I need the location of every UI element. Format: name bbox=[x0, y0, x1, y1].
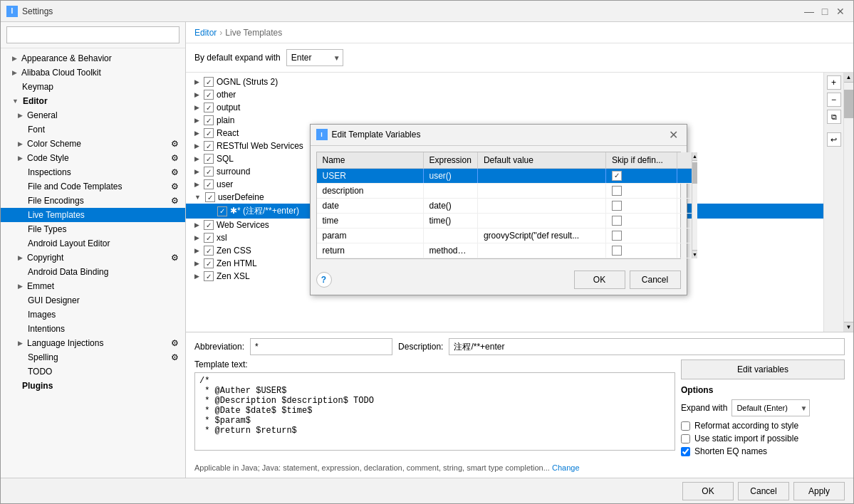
template-group-other[interactable]: ▶ other bbox=[186, 88, 823, 101]
option-shorten-eq-row: Shorten EQ names bbox=[681, 446, 845, 456]
table-row[interactable]: return methodReturnType() bbox=[317, 243, 692, 258]
sidebar-item-editor[interactable]: ▼ Editor bbox=[1, 94, 185, 108]
group-checkbox[interactable] bbox=[204, 128, 214, 138]
sidebar-item-languageinjections[interactable]: ▶ Language Injections ⚙ bbox=[1, 336, 185, 350]
sidebar-item-general[interactable]: ▶ General bbox=[1, 108, 185, 122]
scroll-thumb[interactable] bbox=[844, 90, 853, 118]
sidebar-item-plugins[interactable]: Plugins bbox=[1, 379, 185, 393]
sidebar-item-livetemplates[interactable]: Live Templates bbox=[1, 208, 185, 222]
minimize-button[interactable]: — bbox=[802, 4, 816, 19]
group-checkbox[interactable] bbox=[204, 141, 214, 151]
sidebar-item-copyright[interactable]: ▶ Copyright ⚙ bbox=[1, 251, 185, 265]
scroll-up-button[interactable]: ▲ bbox=[844, 73, 853, 83]
table-row[interactable]: USER user() ✓ bbox=[317, 169, 692, 184]
template-group-output[interactable]: ▶ output bbox=[186, 101, 823, 114]
dialog-cancel-button[interactable]: Cancel bbox=[630, 271, 681, 289]
dialog-ok-button[interactable]: OK bbox=[574, 271, 625, 289]
expand-icon: ▶ bbox=[194, 221, 199, 229]
help-button[interactable]: ? bbox=[316, 272, 332, 288]
sidebar-item-androiddatabinding[interactable]: Android Data Binding bbox=[1, 265, 185, 279]
sidebar-item-filecodetemplates[interactable]: File and Code Templates ⚙ bbox=[1, 179, 185, 194]
breadcrumb-editor[interactable]: Editor bbox=[194, 28, 217, 38]
apply-button[interactable]: Apply bbox=[793, 482, 845, 500]
sidebar-item-font[interactable]: Font bbox=[1, 122, 185, 137]
cell-default bbox=[478, 214, 606, 228]
sidebar-item-guidesigner[interactable]: GUI Designer bbox=[1, 293, 185, 308]
expand-icon: ▶ bbox=[194, 142, 199, 149]
group-checkbox[interactable] bbox=[204, 258, 214, 268]
dialog-scroll-down[interactable]: ▼ bbox=[692, 250, 697, 258]
expand-dropdown[interactable]: Enter Tab Space bbox=[286, 49, 343, 66]
sidebar-item-emmet[interactable]: ▶ Emmet bbox=[1, 279, 185, 293]
sidebar-item-androidlayout[interactable]: Android Layout Editor bbox=[1, 236, 185, 251]
shorten-eq-checkbox[interactable] bbox=[681, 447, 690, 456]
badge-icon: ⚙ bbox=[170, 167, 179, 177]
table-row[interactable]: time time() bbox=[317, 214, 692, 229]
scroll-down-button[interactable]: ▼ bbox=[844, 322, 853, 332]
static-import-checkbox[interactable] bbox=[681, 434, 690, 443]
title-bar: I Settings — □ ✕ bbox=[1, 1, 853, 22]
cancel-button[interactable]: Cancel bbox=[738, 482, 789, 500]
template-group-ognl[interactable]: ▶ OGNL (Struts 2) bbox=[186, 75, 823, 88]
sidebar-item-spelling[interactable]: Spelling ⚙ bbox=[1, 350, 185, 364]
table-row[interactable]: date date() bbox=[317, 199, 692, 214]
sidebar-item-fileencodings[interactable]: File Encodings ⚙ bbox=[1, 194, 185, 208]
ok-button[interactable]: OK bbox=[682, 482, 734, 500]
cell-name: param bbox=[317, 229, 424, 243]
reformat-checkbox[interactable] bbox=[681, 421, 690, 431]
sidebar-item-inspections[interactable]: Inspections ⚙ bbox=[1, 165, 185, 179]
table-row[interactable]: param groovyScript("def result... bbox=[317, 229, 692, 243]
group-checkbox[interactable] bbox=[204, 154, 214, 164]
group-checkbox[interactable] bbox=[204, 90, 214, 100]
group-checkbox[interactable] bbox=[204, 179, 214, 189]
badge-icon: ⚙ bbox=[170, 352, 179, 362]
group-checkbox[interactable] bbox=[204, 167, 214, 177]
arrow-icon: ▶ bbox=[18, 112, 23, 119]
sidebar-item-todo[interactable]: TODO bbox=[1, 364, 185, 379]
table-body: USER user() ✓ description bbox=[317, 169, 692, 258]
sidebar-item-codestyle[interactable]: ▶ Code Style ⚙ bbox=[1, 151, 185, 165]
expand-icon: ▶ bbox=[194, 234, 199, 241]
group-checkbox[interactable] bbox=[204, 220, 214, 230]
sidebar-item-images[interactable]: Images bbox=[1, 308, 185, 322]
abbreviation-input[interactable] bbox=[250, 338, 392, 355]
edit-variables-button[interactable]: Edit variables bbox=[681, 359, 845, 379]
dialog-scroll-up[interactable]: ▲ bbox=[692, 152, 697, 161]
group-checkbox[interactable] bbox=[205, 192, 215, 202]
maximize-button[interactable]: □ bbox=[818, 4, 832, 19]
remove-button[interactable]: − bbox=[827, 93, 841, 107]
close-button[interactable]: ✕ bbox=[833, 4, 848, 19]
sidebar-item-intentions[interactable]: Intentions bbox=[1, 322, 185, 336]
group-label: other bbox=[217, 90, 236, 100]
dialog-close-button[interactable]: ✕ bbox=[667, 127, 681, 142]
dialog-scroll-thumb[interactable] bbox=[692, 162, 697, 184]
table-row[interactable]: description bbox=[317, 184, 692, 199]
sidebar-item-colorscheme[interactable]: ▶ Color Scheme ⚙ bbox=[1, 137, 185, 151]
group-checkbox[interactable] bbox=[204, 115, 214, 125]
sidebar-item-label: Color Scheme bbox=[27, 139, 81, 149]
expand-with-dropdown[interactable]: Default (Enter) Enter Tab Space bbox=[731, 399, 810, 416]
sidebar-item-label: Plugins bbox=[12, 381, 53, 391]
cell-skip bbox=[606, 214, 677, 228]
undo-button[interactable]: ↩ bbox=[827, 132, 841, 147]
sidebar-item-alibaba[interactable]: ▶ Alibaba Cloud Toolkit bbox=[1, 65, 185, 80]
group-checkbox[interactable] bbox=[204, 271, 214, 281]
sidebar-item-filetypes[interactable]: File Types bbox=[1, 222, 185, 236]
group-checkbox[interactable] bbox=[204, 233, 214, 243]
item-checkbox[interactable]: ✓ bbox=[217, 206, 227, 216]
copy-button[interactable]: ⧉ bbox=[827, 110, 841, 124]
add-button[interactable]: + bbox=[827, 75, 841, 90]
group-checkbox[interactable] bbox=[204, 103, 214, 112]
dialog-scroll-track bbox=[692, 161, 697, 250]
group-checkbox[interactable] bbox=[204, 77, 214, 87]
group-checkbox[interactable] bbox=[204, 246, 214, 256]
options-panel: Edit variables Options Expand with Defau… bbox=[681, 359, 845, 459]
dialog-icon: I bbox=[316, 129, 328, 140]
description-input[interactable] bbox=[449, 338, 845, 355]
applicable-text: Applicable in Java; Java: statement, exp… bbox=[194, 463, 550, 472]
sidebar-item-appearance[interactable]: ▶ Appearance & Behavior bbox=[1, 51, 185, 65]
template-code-editor[interactable]: /* * @Auther $USER$ * @Description $desc… bbox=[194, 372, 675, 451]
change-link[interactable]: Change bbox=[552, 463, 580, 472]
sidebar-item-keymap[interactable]: Keymap bbox=[1, 80, 185, 94]
search-input[interactable] bbox=[6, 26, 179, 43]
